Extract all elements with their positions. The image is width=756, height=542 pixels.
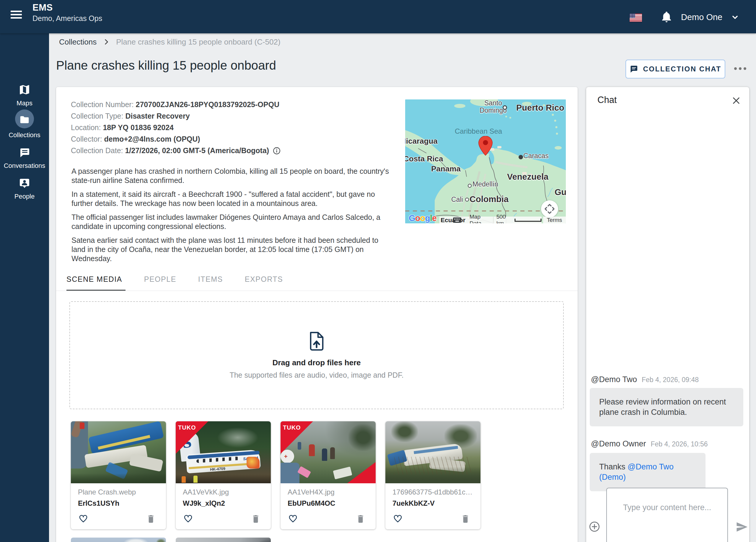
user-menu[interactable]: Demo One (681, 11, 740, 23)
media-file-id: EbUPu6M4OC (288, 499, 376, 507)
tab-scene-media[interactable]: SCENE MEDIA (66, 275, 122, 283)
chat-bubble-icon (19, 147, 30, 159)
map-label-caribbean-sea: Caribbean Sea (455, 127, 502, 136)
keyboard-shortcuts-icon[interactable] (453, 218, 461, 223)
favorite-button[interactable] (183, 514, 193, 523)
app-title: EMS (32, 2, 53, 13)
tab-exports[interactable]: EXPORTS (245, 275, 283, 283)
media-card: + TUKO AA1VeH4X.jpg EbUPu6M4OC (281, 421, 376, 529)
breadcrumb: Collections Plane crashes killing 15 peo… (59, 37, 281, 47)
notifications-bell-icon[interactable] (660, 11, 673, 23)
location-map[interactable]: Santo Domingo Puerto Rico Caribbean Sea … (405, 99, 566, 223)
media-file-id: 7uekKbKZ-V (392, 499, 480, 507)
terms-link[interactable]: Terms (547, 217, 562, 223)
detail-label: Collection Date: (71, 146, 123, 155)
map-label-guyana: Guyana (555, 187, 566, 197)
description-paragraph: Satena earlier said contact with the pla… (71, 236, 393, 263)
breadcrumb-collections-link[interactable]: Collections (59, 37, 97, 47)
sidebar-item-label: People (0, 193, 49, 200)
collection-chat-button[interactable]: COLLECTION CHAT (625, 60, 725, 79)
chat-message-input[interactable] (606, 488, 728, 542)
detail-row: Collection Date: 1/27/2026, 02:00 GMT-5 … (71, 145, 281, 156)
hamburger-menu-button[interactable] (11, 11, 24, 22)
folder-icon (19, 113, 30, 125)
detail-label: Collector: (71, 135, 102, 143)
info-icon[interactable] (273, 147, 281, 155)
map-label-venezuela: Venezuela (507, 172, 548, 182)
media-thumbnail[interactable] (385, 421, 480, 483)
sidebar-item-label: Collections (0, 131, 49, 139)
delete-button[interactable] (251, 514, 260, 523)
chat-message-time: Feb 4, 2026, 10:56 (651, 440, 708, 448)
tab-people[interactable]: PEOPLE (144, 275, 176, 283)
chat-icon (629, 65, 638, 74)
description-paragraph: In a statement, it said its aircraft - a… (71, 190, 393, 208)
description-paragraph: The official passenger list includes law… (71, 213, 393, 231)
media-filename: Plane Crash.webp (78, 488, 160, 496)
map-icon (18, 84, 31, 96)
google-logo[interactable]: Google (409, 213, 436, 223)
media-thumbnail[interactable] (71, 538, 166, 542)
tab-items[interactable]: ITEMS (198, 275, 223, 283)
media-thumbnail[interactable]: S SATENA HK-4709 TUKO (176, 421, 271, 483)
delete-button[interactable] (146, 514, 155, 523)
more-options-button[interactable] (734, 67, 746, 70)
sidebar-item-label: Conversations (0, 162, 49, 170)
chat-message-header: @Demo Two Feb 4, 2026, 09:48 (591, 375, 699, 384)
media-thumbnail[interactable] (176, 538, 271, 542)
chat-message-author: @Demo Two (591, 375, 637, 384)
map-label-cali: Cali (451, 196, 463, 204)
map-label-caracas: Caracas (523, 152, 549, 160)
tuko-watermark: TUKO (281, 421, 313, 454)
media-file-id: ErlCs1USYh (78, 499, 166, 507)
map-label-panama: Panama (431, 164, 461, 174)
us-flag-icon[interactable] (630, 14, 642, 22)
attach-plus-icon[interactable] (589, 521, 600, 533)
collection-detail-card: Collection Number: 270700ZJAN26-18PYQ018… (56, 87, 578, 542)
media-thumbnail[interactable]: + TUKO (281, 421, 376, 483)
map-label-colombia: Colombia (470, 195, 509, 204)
detail-value: demo+2@4lns.com (OPQU) (104, 135, 200, 143)
favorite-button[interactable] (79, 514, 88, 523)
delete-button[interactable] (461, 514, 470, 523)
chat-message-bubble: Thanks @Demo Two (Demo) (590, 453, 706, 491)
sidebar-item-maps[interactable]: Maps (0, 84, 49, 107)
chevron-down-icon (730, 12, 740, 22)
file-dropzone[interactable]: Drag and drop files here The supported f… (69, 301, 564, 409)
chat-panel: Chat @Demo Two Feb 4, 2026, 09:48 Please… (586, 87, 749, 542)
dropzone-subtitle: The supported files are audio, video, im… (229, 371, 403, 379)
page: EMS Demo, Americas Ops Demo One Maps Col… (0, 0, 756, 542)
favorite-button[interactable] (393, 514, 403, 523)
collection-chat-button-label: COLLECTION CHAT (643, 65, 721, 73)
media-filename: AA1VeVkK.jpg (183, 488, 265, 496)
sidebar-item-collections[interactable]: Collections (0, 113, 49, 139)
sidebar-item-conversations[interactable]: Conversations (0, 147, 49, 170)
detail-value: Disaster Recovery (125, 112, 190, 120)
close-icon[interactable] (731, 96, 741, 105)
sidebar: Maps Collections Conversations People (0, 33, 49, 542)
delete-button[interactable] (356, 514, 365, 523)
map-city-dot (465, 198, 469, 202)
map-city-dot (503, 105, 507, 110)
media-card: S SATENA HK-4709 TUKO AA1VeVkK.jpg WJ9k_… (176, 421, 271, 529)
chat-message-header: @Demo Owner Feb 4, 2026, 10:56 (591, 439, 708, 448)
map-pin-icon (478, 136, 493, 156)
sidebar-item-people[interactable]: People (0, 177, 49, 200)
media-thumbnail[interactable] (71, 421, 166, 483)
media-card: 1769663775-d1dbb61ce... 7uekKbKZ-V (385, 421, 480, 529)
detail-row: Location: 18P YQ 01836 92024 (71, 122, 281, 133)
app-subtitle: Demo, Americas Ops (32, 14, 102, 23)
page-title: Plane crashes killing 15 people onboard (56, 58, 276, 73)
dropzone-title: Drag and drop files here (272, 358, 361, 367)
map-label-puerto-rico: Puerto Rico (516, 103, 564, 113)
media-filename: 1769663775-d1dbb61ce... (392, 488, 475, 496)
favorite-button[interactable] (288, 514, 298, 523)
sidebar-item-label: Maps (0, 99, 49, 107)
media-file-id: WJ9k_xlQn2 (183, 499, 271, 507)
send-icon[interactable] (736, 521, 748, 533)
detail-row: Collection Number: 270700ZJAN26-18PYQ018… (71, 99, 281, 110)
map-pan-control[interactable] (541, 200, 558, 218)
tab-divider (56, 290, 578, 291)
map-city-dot (468, 184, 472, 188)
detail-value: 1/27/2026, 02:00 GMT-5 (America/Bogota) (125, 146, 269, 155)
